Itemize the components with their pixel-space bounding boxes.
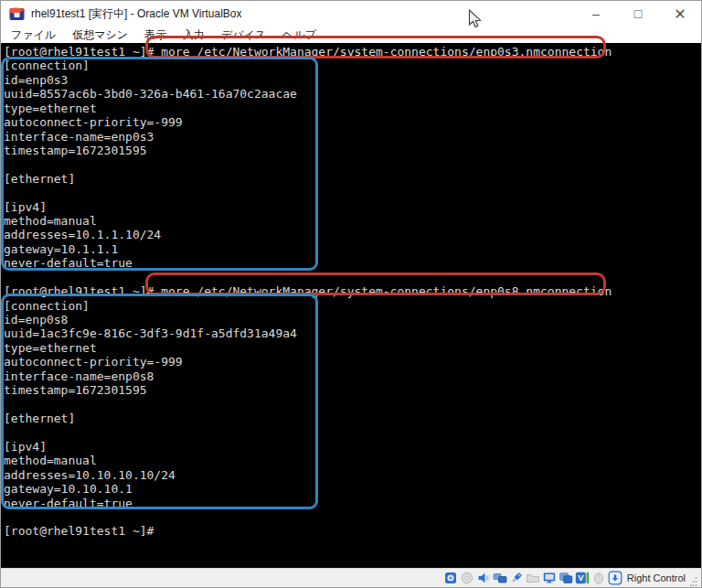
menu-file[interactable]: ファイル <box>3 27 64 43</box>
menu-input[interactable]: 入力 <box>175 27 213 43</box>
menu-help[interactable]: ヘルプ <box>274 27 324 43</box>
menu-devices[interactable]: デバイス <box>213 27 274 43</box>
display-icon[interactable] <box>542 571 558 586</box>
network-icon[interactable] <box>493 571 508 586</box>
virtualbox-logo-icon <box>9 7 25 21</box>
recording-icon[interactable] <box>558 571 574 586</box>
minimize-button[interactable]: – <box>575 1 617 27</box>
console-text: [root@rhel91test1 ~]# more /etc/NetworkM… <box>4 45 612 539</box>
host-key-label: Right Control <box>627 572 686 583</box>
maximize-button[interactable]: □ <box>617 1 659 27</box>
usb-icon[interactable] <box>509 571 525 586</box>
menu-view[interactable]: 表示 <box>136 27 175 43</box>
guest-console[interactable]: [root@rhel91test1 ~]# more /etc/NetworkM… <box>1 43 701 568</box>
title-bar[interactable]: rhel91test1 [実行中] - Oracle VM VirtualBox… <box>1 1 701 27</box>
optical-disc-icon[interactable] <box>460 571 475 586</box>
menu-bar: ファイル 仮想マシン 表示 入力 デバイス ヘルプ <box>1 27 701 43</box>
hard-disk-icon[interactable] <box>443 571 459 586</box>
virtualbox-window: rhel91test1 [実行中] - Oracle VM VirtualBox… <box>0 0 702 588</box>
close-button[interactable]: ✕ <box>659 1 701 27</box>
audio-icon[interactable] <box>476 571 492 586</box>
features-icon[interactable]: V <box>575 571 590 586</box>
keyboard-capture-icon[interactable] <box>608 571 623 586</box>
window-title: rhel91test1 [実行中] - Oracle VM VirtualBox <box>31 6 242 22</box>
shared-folders-icon[interactable] <box>526 571 541 586</box>
mouse-integration-icon[interactable] <box>591 571 607 586</box>
svg-text:V: V <box>578 572 584 583</box>
status-bar: V Right Control <box>1 568 701 587</box>
resize-grip[interactable] <box>690 576 697 587</box>
menu-machine[interactable]: 仮想マシン <box>64 27 136 43</box>
